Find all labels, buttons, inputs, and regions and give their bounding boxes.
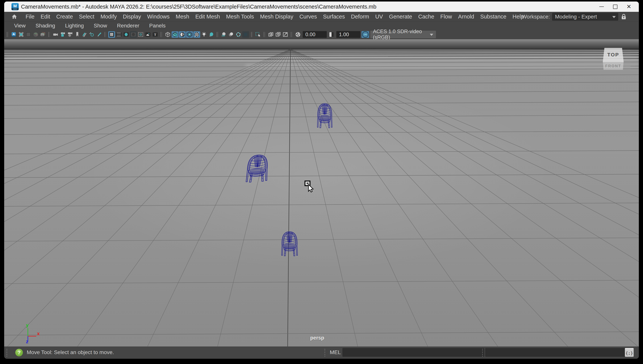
view-cube-top-face[interactable]: TOP <box>603 47 624 62</box>
use-default-material-button[interactable] <box>193 31 200 38</box>
panel-menu-panels[interactable]: Panels <box>149 23 166 29</box>
shaded-button[interactable] <box>172 31 178 38</box>
view-cube-top-label: TOP <box>607 52 619 58</box>
camera-attributes-button[interactable] <box>67 31 74 38</box>
resolution-gate-button[interactable] <box>123 31 130 38</box>
wireframe-button[interactable] <box>164 31 171 38</box>
menu-mesh-display[interactable]: Mesh Display <box>257 14 296 20</box>
lock-icon[interactable] <box>621 14 626 20</box>
view-cube-front-face[interactable]: FRONT <box>603 62 623 70</box>
renderer-a-button[interactable]: A <box>11 31 17 38</box>
mel-command-input[interactable] <box>342 348 484 357</box>
close-button[interactable]: ✕ <box>622 2 635 12</box>
panel-menu-lighting[interactable]: Lighting <box>65 23 84 29</box>
home-button[interactable] <box>12 14 17 20</box>
command-language-label[interactable]: MEL <box>330 349 341 356</box>
wireframe-chair-object[interactable] <box>317 104 332 128</box>
color-management-toggle[interactable]: ON <box>361 31 369 38</box>
toolbar-grip[interactable] <box>291 32 292 37</box>
safe-title-button[interactable]: T <box>152 31 159 38</box>
textured-sphere-icon <box>179 32 185 37</box>
mel-result-field[interactable] <box>485 348 626 357</box>
anti-aliasing-button[interactable] <box>235 31 242 38</box>
use-all-lights-button[interactable] <box>200 31 207 38</box>
select-camera-button[interactable] <box>52 31 59 38</box>
help-line-grip[interactable] <box>6 348 8 357</box>
menu-deform[interactable]: Deform <box>348 14 372 20</box>
image-plane-button[interactable] <box>81 31 88 38</box>
film-gate-button[interactable] <box>115 31 122 38</box>
blue-pencil-button[interactable] <box>96 31 102 38</box>
toolbar-grip[interactable] <box>251 32 253 37</box>
menu-edit[interactable]: Edit <box>38 14 53 20</box>
shadows-button[interactable] <box>208 31 215 38</box>
gate-mask-button[interactable] <box>130 31 137 38</box>
depth-of-field-button[interactable] <box>242 31 249 38</box>
wireframe-chair-object[interactable] <box>282 232 298 256</box>
toolbar-grip[interactable] <box>49 32 50 37</box>
wireframe-on-shaded-button[interactable] <box>186 31 193 38</box>
menu-flow[interactable]: Flow <box>437 14 455 20</box>
toolbar-grip[interactable] <box>161 32 162 37</box>
xray-button[interactable] <box>267 31 274 38</box>
view-transform-select[interactable]: ACES 1.0 SDR-video (sRGB) <box>370 31 436 38</box>
minimize-button[interactable] <box>595 2 608 12</box>
menu-surfaces[interactable]: Surfaces <box>320 14 348 20</box>
toolbar-grip[interactable] <box>105 32 106 37</box>
menu-file[interactable]: File <box>23 14 38 20</box>
xray-active-components-button[interactable] <box>282 31 289 38</box>
exposure-button[interactable] <box>295 31 301 38</box>
menu-edit-mesh[interactable]: Edit Mesh <box>192 14 223 20</box>
exposure-aperture-icon <box>295 32 301 37</box>
lock-camera-button[interactable] <box>59 31 66 38</box>
menu-substance[interactable]: Substance <box>477 14 509 20</box>
motion-blur-button[interactable] <box>228 31 235 38</box>
safe-action-button[interactable] <box>144 31 151 38</box>
pan-zoom-button[interactable] <box>88 31 95 38</box>
panel-menu-view[interactable]: View <box>14 23 26 29</box>
command-result-grip[interactable] <box>482 348 483 357</box>
menu-display[interactable]: Display <box>120 14 144 20</box>
panel-menu-renderer[interactable]: Renderer <box>117 23 139 29</box>
menu-generate[interactable]: Generate <box>386 14 415 20</box>
exposure-input[interactable] <box>303 31 327 38</box>
toolbar-grip[interactable] <box>264 32 265 37</box>
menu-uv[interactable]: UV <box>372 14 386 20</box>
crop-region-button[interactable] <box>18 31 25 38</box>
ssao-button[interactable] <box>221 31 227 38</box>
menu-cache[interactable]: Cache <box>415 14 437 20</box>
panel-menu-shading[interactable]: Shading <box>36 23 55 29</box>
menu-create[interactable]: Create <box>53 14 76 20</box>
menu-arnold[interactable]: Arnold <box>455 14 477 20</box>
view-cube[interactable]: TOP FRONT <box>603 47 624 70</box>
menu-mesh[interactable]: Mesh <box>173 14 192 20</box>
workspace-select[interactable]: Modeling - Expert <box>552 13 618 20</box>
menu-windows[interactable]: Windows <box>144 14 173 20</box>
wireframe-chair-object[interactable] <box>246 154 269 182</box>
menu-curves[interactable]: Curves <box>296 14 320 20</box>
menu-mesh-tools[interactable]: Mesh Tools <box>223 14 257 20</box>
panel-menu-show[interactable]: Show <box>94 23 107 29</box>
toolbar-grip[interactable] <box>7 32 9 37</box>
gamma-button[interactable] <box>328 31 335 38</box>
image-stack-button[interactable] <box>40 31 46 38</box>
color-management-button[interactable] <box>32 31 39 38</box>
gate-region-button[interactable] <box>25 31 32 38</box>
menu-modify[interactable]: Modify <box>97 14 120 20</box>
script-editor-button[interactable]: {;} <box>625 348 634 357</box>
textured-button[interactable] <box>179 31 186 38</box>
command-line-grip[interactable] <box>324 348 326 357</box>
field-chart-button[interactable] <box>137 31 144 38</box>
toolbar-grip[interactable] <box>217 32 218 37</box>
xray-joints-button[interactable] <box>275 31 282 38</box>
gamma-input[interactable] <box>336 31 360 38</box>
wireframe-on-shaded-icon <box>187 32 192 37</box>
help-line-bar: ? Move Tool: Select an object to move. M… <box>4 346 639 359</box>
grid-toggle-button[interactable] <box>108 31 115 38</box>
maximize-button[interactable] <box>608 2 622 12</box>
bookmark-button[interactable] <box>74 31 81 38</box>
help-icon[interactable]: ? <box>15 349 23 356</box>
perspective-viewport[interactable]: persp y x z TOP FRONT <box>4 39 639 346</box>
isolate-select-button[interactable] <box>255 31 262 38</box>
menu-select[interactable]: Select <box>76 14 98 20</box>
